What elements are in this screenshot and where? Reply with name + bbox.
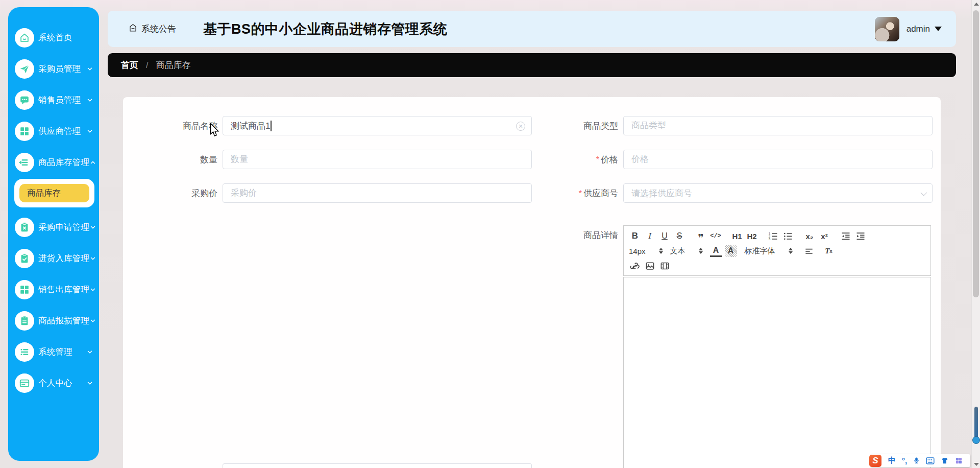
sidebar-item-personal-center[interactable]: 个人中心 [8,373,99,393]
quantity-label: 数量 [123,154,223,166]
sidebar-item-home[interactable]: 系统首页 [8,28,99,48]
strikethrough-button[interactable]: S [673,230,685,242]
punctuation-icon[interactable]: °, [902,456,907,465]
sidebar-item-salesman-mgmt[interactable]: 销售员管理 [8,90,99,110]
username: admin [906,24,930,34]
caret-down-icon [935,27,942,31]
sidebar-item-inbound-mgmt[interactable]: 进货入库管理 [8,248,99,269]
editor-toolbar: B I U S ❞ </> H1 H2 123 [623,225,931,276]
underline-button[interactable]: U [658,230,671,242]
sidebar-item-label: 个人中心 [38,378,72,389]
text-color-button[interactable]: A [710,245,722,257]
sidebar-item-system-mgmt[interactable]: 系统管理 [8,342,99,362]
clear-icon[interactable]: ✕ [516,122,525,131]
sidebar-item-label: 销售出库管理 [38,284,89,295]
sidebar-item-purchase-request-mgmt[interactable]: 采购申请管理 [8,217,99,238]
product-type-label: 商品类型 [532,120,623,132]
sidebar-item-label: 进货入库管理 [38,253,89,264]
bold-button[interactable]: B [629,230,641,242]
align-button[interactable] [803,245,815,257]
chevron-down-icon [86,65,93,73]
image-button[interactable] [644,260,656,272]
link-button[interactable] [629,260,641,272]
supplier-no-select[interactable]: 请选择供应商号 [623,183,933,203]
keyboard-icon[interactable] [926,457,935,464]
breadcrumb-separator: / [146,61,148,70]
font-family-value: 标准字体 [745,246,775,256]
chat-icon [15,90,34,110]
font-size-value: 14px [629,247,646,255]
outdent-button[interactable] [840,230,852,242]
text-caret [271,121,272,131]
id-card-icon [15,373,34,393]
background-color-button[interactable]: A [725,245,737,257]
code-block-button[interactable]: </> [709,230,722,242]
microphone-icon[interactable] [913,457,920,464]
chevron-down-icon [921,190,927,196]
svg-text:3: 3 [769,237,771,241]
sidebar-item-buyer-mgmt[interactable]: 采购员管理 [8,59,99,79]
font-family-select[interactable]: 标准字体 [745,246,793,256]
blockquote-button[interactable]: ❞ [695,230,707,242]
product-type-input[interactable] [623,116,933,135]
scrollbar-thumb[interactable] [973,10,979,297]
skin-icon[interactable] [941,457,949,464]
submenu-label: 商品库存 [27,188,61,199]
chevron-down-icon [86,97,93,104]
header2-button[interactable]: H2 [746,230,758,242]
sidebar-item-label: 销售员管理 [38,95,81,106]
next-field-partial-input[interactable] [223,463,532,468]
font-size-select[interactable]: 14px [629,247,663,255]
scroll-up-arrow-icon[interactable] [974,3,979,6]
sidebar-item-damage-mgmt[interactable]: 商品报损管理 [8,311,99,331]
sidebar-item-outbound-mgmt[interactable]: 销售出库管理 [8,279,99,300]
chevron-down-icon [89,224,96,231]
thermometer-widget-icon[interactable] [974,407,978,447]
required-mark: * [579,189,582,198]
sidebar-item-label: 采购员管理 [38,63,81,75]
purchase-price-label: 采购价 [123,188,223,199]
chevron-down-icon [86,128,93,135]
chevron-down-icon [86,380,93,387]
bullet-list-button[interactable] [782,230,794,242]
vertical-scrollbar[interactable] [971,0,980,468]
purchase-price-input[interactable] [223,183,532,203]
supplier-no-placeholder: 请选择供应商号 [631,188,692,199]
avatar[interactable] [875,17,899,41]
scroll-down-arrow-icon[interactable] [974,463,979,466]
paragraph-style-value: 文本 [670,246,685,256]
breadcrumb-home-link[interactable]: 首页 [121,59,138,71]
grid-icon [15,122,34,141]
price-input[interactable] [623,150,933,169]
product-name-input[interactable]: 测试商品1 ✕ [223,116,532,135]
indent-button[interactable] [854,230,867,242]
select-arrows-icon [659,248,663,254]
sidebar-item-label: 采购申请管理 [38,222,89,233]
product-name-value: 测试商品1 [231,120,270,132]
sogou-logo-icon[interactable]: S [869,455,881,467]
header1-button[interactable]: H1 [731,230,743,242]
product-detail-label: 商品详情 [532,225,623,241]
field-product-detail: 商品详情 [532,225,623,241]
editor-content-area[interactable] [623,277,931,468]
chevron-down-icon [86,348,93,356]
sidebar-item-stock-mgmt[interactable]: 商品库存管理 [8,152,99,173]
chinese-mode-icon[interactable]: 中 [888,456,896,465]
sidebar: 系统首页 采购员管理 销售员管理 供应商管理 商品库存管理 [8,7,99,461]
quantity-input[interactable] [223,150,532,169]
system-notice-button[interactable]: 系统公告 [128,23,176,35]
sidebar-submenu-stock-active[interactable]: 商品库存 [19,184,89,202]
superscript-button[interactable]: x² [818,230,830,242]
sidebar-item-label: 供应商管理 [38,126,81,137]
sidebar-item-supplier-mgmt[interactable]: 供应商管理 [8,121,99,142]
field-price: *价格 [532,150,933,169]
subscript-button[interactable]: x₂ [803,230,816,242]
ordered-list-button[interactable]: 123 [767,230,779,242]
send-icon [15,59,34,79]
toolbox-icon[interactable] [955,457,963,464]
user-menu[interactable]: admin [875,17,942,41]
paragraph-style-select[interactable]: 文本 [670,246,703,256]
clean-format-button[interactable]: Tx [823,245,835,257]
video-button[interactable] [658,260,671,272]
italic-button[interactable]: I [644,230,656,242]
